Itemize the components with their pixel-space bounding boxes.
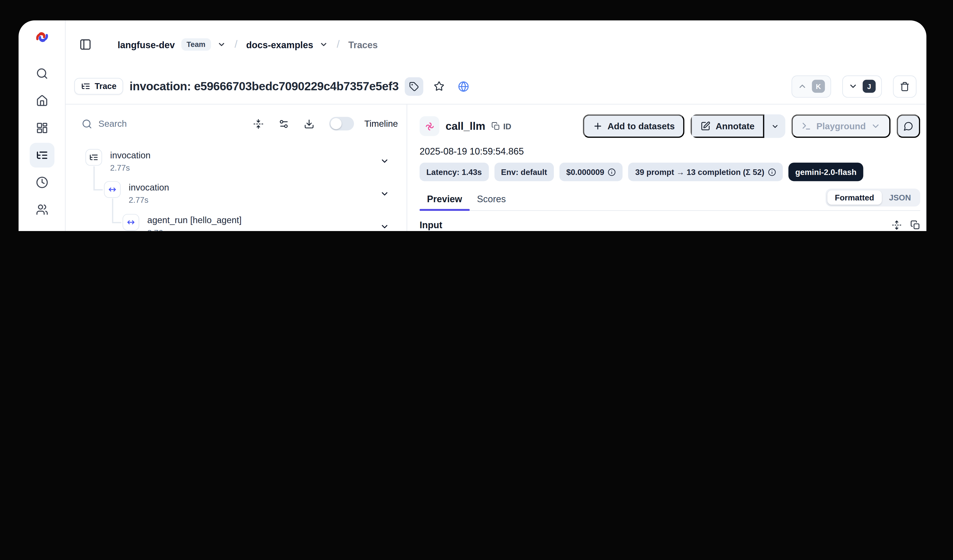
- info-icon: [768, 168, 776, 176]
- rail-sessions-clock-icon[interactable]: [29, 170, 54, 195]
- rail-dashboard-icon[interactable]: [29, 116, 54, 140]
- node-name: agent_run [hello_agent]: [147, 214, 242, 226]
- star-icon[interactable]: [430, 77, 448, 96]
- message-bubble-icon: [903, 121, 913, 131]
- chevron-down-icon[interactable]: [319, 40, 328, 49]
- trace-tree-icon: [81, 82, 90, 91]
- node-duration: 2.77s: [129, 195, 148, 204]
- comments-button[interactable]: [897, 114, 920, 138]
- observation-header: call_llm ID Add to datasets: [420, 114, 920, 138]
- info-icon: [608, 168, 616, 176]
- app-window: langfuse-dev Team / docs-examples / Trac…: [19, 20, 927, 231]
- tokens-value: 39 prompt → 13 completion (Σ 52): [635, 167, 764, 176]
- search-input[interactable]: [97, 118, 238, 129]
- playground-button[interactable]: Playground: [792, 114, 891, 138]
- timeline-toggle[interactable]: [329, 117, 354, 130]
- tree-row-invocation[interactable]: invocation2.77s: [104, 181, 169, 204]
- node-duration: 2.77s: [110, 163, 130, 172]
- icon-rail: [19, 20, 65, 231]
- pen-square-icon: [701, 121, 711, 131]
- chevron-up-icon: [798, 82, 807, 91]
- annotate-split-button: Annotate: [691, 114, 785, 138]
- search-icon: [82, 118, 92, 129]
- main-column: langfuse-dev Team / docs-examples / Trac…: [65, 20, 927, 231]
- format-json[interactable]: JSON: [882, 190, 918, 205]
- node-name: invocation: [129, 181, 169, 193]
- cost-badge[interactable]: $0.000009: [559, 163, 623, 181]
- span-tree: invocation2.77s invocation2.77s agen: [65, 143, 407, 231]
- observation-timestamp: 2025-08-19 10:59:54.865: [420, 146, 920, 156]
- breadcrumb-bar: langfuse-dev Team / docs-examples / Trac…: [65, 20, 927, 69]
- annotate-label: Annotate: [716, 121, 754, 131]
- cost-value: $0.000009: [567, 167, 604, 176]
- input-section-header: Input: [420, 220, 920, 230]
- annotate-button[interactable]: Annotate: [691, 114, 764, 138]
- model-badge[interactable]: gemini-2.0-flash: [788, 163, 863, 181]
- collapse-all-icon[interactable]: [253, 118, 263, 129]
- tree-connector: [112, 222, 121, 223]
- observation-badges: Latency: 1.43s Env: default $0.000009 39…: [420, 163, 920, 181]
- copy-id[interactable]: ID: [492, 121, 511, 131]
- download-icon[interactable]: [304, 118, 314, 129]
- tab-scores[interactable]: Scores: [470, 190, 513, 210]
- trace-type-label: Trace: [95, 82, 116, 91]
- input-title: Input: [420, 220, 442, 230]
- rail-users-icon[interactable]: [29, 197, 54, 222]
- tree-row-agent-run[interactable]: agent_run [hello_agent]2.76s: [123, 214, 241, 231]
- tag-icon[interactable]: [405, 77, 424, 96]
- chevron-down-icon: [871, 121, 881, 131]
- tree-connector: [93, 189, 102, 190]
- content-split: Timeline: [65, 105, 927, 231]
- chevron-down-icon: [848, 82, 858, 91]
- next-trace-button[interactable]: J: [842, 75, 882, 97]
- copy-icon[interactable]: [910, 220, 920, 230]
- copy-icon: [492, 122, 500, 131]
- chevron-down-icon[interactable]: [380, 156, 389, 166]
- breadcrumb-section[interactable]: docs-examples: [246, 39, 313, 50]
- breadcrumb-separator: /: [337, 38, 340, 51]
- format-toggle: Formatted JSON: [826, 189, 920, 207]
- annotate-dropdown-caret[interactable]: [764, 114, 785, 138]
- chevron-down-icon[interactable]: [380, 222, 389, 231]
- sidebar-toggle-icon[interactable]: [79, 38, 92, 51]
- add-to-datasets-button[interactable]: Add to datasets: [583, 114, 685, 138]
- chevron-down-icon[interactable]: [380, 189, 389, 198]
- playground-label: Playground: [816, 121, 866, 131]
- tokens-badge[interactable]: 39 prompt → 13 completion (Σ 52): [629, 163, 783, 181]
- tree-toolbar: Timeline: [65, 105, 407, 143]
- terminal-icon: [802, 121, 812, 131]
- detail-tabs: Preview Scores Formatted JSON: [420, 189, 920, 211]
- generation-sparkle-icon: [420, 116, 439, 136]
- rail-prompts-file-code-icon[interactable]: [29, 224, 54, 231]
- globe-icon[interactable]: [454, 77, 473, 96]
- id-label: ID: [503, 121, 511, 131]
- trash-icon: [900, 81, 910, 91]
- breadcrumb-project[interactable]: langfuse-dev: [118, 39, 175, 50]
- rail-traces-icon[interactable]: [29, 143, 54, 167]
- tab-preview[interactable]: Preview: [420, 190, 470, 210]
- span-arrows-icon: [104, 181, 121, 198]
- project-type-badge: Team: [181, 38, 211, 51]
- add-to-datasets-label: Add to datasets: [607, 121, 675, 131]
- unfold-vertical-icon[interactable]: [892, 220, 902, 230]
- tree-row-invocation-root[interactable]: invocation2.77s: [85, 149, 151, 172]
- rail-home-icon[interactable]: [29, 88, 54, 113]
- node-duration: 2.76s: [147, 228, 167, 231]
- rail-search-icon[interactable]: [29, 61, 54, 86]
- observation-detail-panel: call_llm ID Add to datasets: [407, 105, 926, 231]
- screen: langfuse-dev Team / docs-examples / Trac…: [0, 0, 953, 231]
- span-arrows-icon: [123, 214, 139, 230]
- chevron-down-icon[interactable]: [217, 40, 226, 49]
- timeline-label: Timeline: [365, 119, 398, 129]
- trace-header: Trace invocation: e59666703bedc7090229c4…: [65, 69, 927, 105]
- node-name: invocation: [110, 149, 151, 161]
- view-settings-icon[interactable]: [278, 118, 289, 129]
- preview-scroll-area[interactable]: Input Path Value model: [420, 211, 920, 231]
- breadcrumb-page[interactable]: Traces: [348, 39, 378, 50]
- breadcrumb-separator: /: [234, 38, 237, 51]
- format-formatted[interactable]: Formatted: [827, 190, 882, 205]
- langfuse-logo-icon: [34, 29, 50, 45]
- trace-tree-icon: [85, 149, 102, 166]
- delete-trace-button[interactable]: [893, 75, 916, 97]
- prev-trace-button[interactable]: K: [792, 75, 831, 97]
